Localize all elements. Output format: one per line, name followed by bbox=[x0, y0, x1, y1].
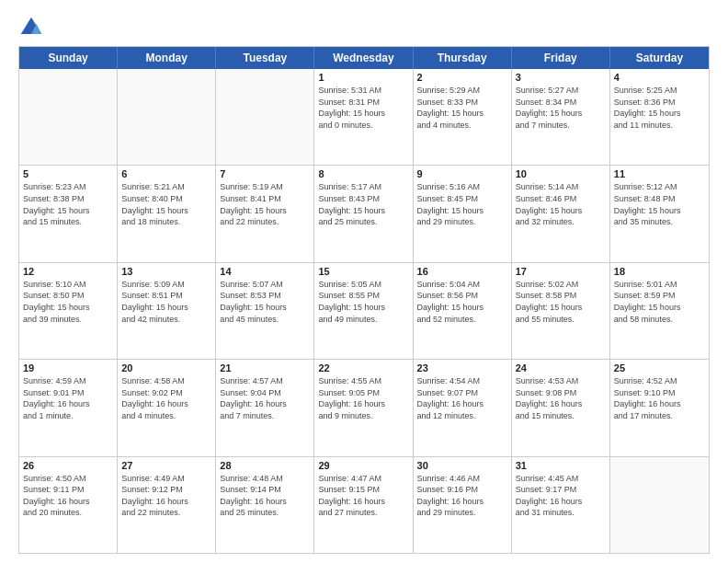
day-info: Sunrise: 4:49 AM Sunset: 9:12 PM Dayligh… bbox=[121, 473, 211, 519]
day-number: 11 bbox=[614, 168, 705, 179]
calendar-cell: 27Sunrise: 4:49 AM Sunset: 9:12 PM Dayli… bbox=[118, 457, 216, 553]
day-info: Sunrise: 4:58 AM Sunset: 9:02 PM Dayligh… bbox=[121, 375, 211, 421]
day-number: 17 bbox=[516, 266, 606, 277]
day-number: 15 bbox=[318, 266, 408, 277]
calendar-header-cell: Friday bbox=[512, 47, 610, 69]
day-info: Sunrise: 4:53 AM Sunset: 9:08 PM Dayligh… bbox=[516, 375, 606, 421]
day-number: 6 bbox=[121, 168, 211, 179]
calendar-cell: 31Sunrise: 4:45 AM Sunset: 9:17 PM Dayli… bbox=[512, 457, 610, 553]
calendar-week-row: 12Sunrise: 5:10 AM Sunset: 8:50 PM Dayli… bbox=[19, 263, 709, 360]
day-number: 8 bbox=[318, 168, 408, 179]
calendar-cell: 24Sunrise: 4:53 AM Sunset: 9:08 PM Dayli… bbox=[512, 360, 610, 455]
day-info: Sunrise: 5:23 AM Sunset: 8:38 PM Dayligh… bbox=[23, 181, 113, 227]
day-number: 23 bbox=[417, 362, 507, 373]
day-number: 4 bbox=[614, 72, 705, 83]
calendar-cell: 14Sunrise: 5:07 AM Sunset: 8:53 PM Dayli… bbox=[216, 263, 314, 359]
day-info: Sunrise: 4:46 AM Sunset: 9:16 PM Dayligh… bbox=[417, 473, 507, 519]
calendar-week-row: 1Sunrise: 5:31 AM Sunset: 8:31 PM Daylig… bbox=[19, 69, 709, 166]
calendar-cell: 6Sunrise: 5:21 AM Sunset: 8:40 PM Daylig… bbox=[118, 166, 216, 261]
day-number: 2 bbox=[417, 72, 507, 83]
day-number: 7 bbox=[220, 168, 310, 179]
day-info: Sunrise: 5:04 AM Sunset: 8:56 PM Dayligh… bbox=[417, 279, 507, 325]
day-number: 30 bbox=[417, 460, 507, 471]
calendar-cell bbox=[216, 69, 314, 165]
day-number: 14 bbox=[220, 266, 310, 277]
calendar-cell: 26Sunrise: 4:50 AM Sunset: 9:11 PM Dayli… bbox=[19, 457, 118, 553]
day-info: Sunrise: 4:54 AM Sunset: 9:07 PM Dayligh… bbox=[417, 375, 507, 421]
day-info: Sunrise: 5:10 AM Sunset: 8:50 PM Dayligh… bbox=[23, 279, 113, 325]
day-info: Sunrise: 5:25 AM Sunset: 8:36 PM Dayligh… bbox=[614, 85, 705, 131]
calendar-cell: 4Sunrise: 5:25 AM Sunset: 8:36 PM Daylig… bbox=[610, 69, 709, 165]
calendar-week-row: 5Sunrise: 5:23 AM Sunset: 8:38 PM Daylig… bbox=[19, 166, 709, 262]
calendar-cell: 18Sunrise: 5:01 AM Sunset: 8:59 PM Dayli… bbox=[610, 263, 709, 359]
day-info: Sunrise: 5:21 AM Sunset: 8:40 PM Dayligh… bbox=[121, 181, 211, 227]
day-info: Sunrise: 5:16 AM Sunset: 8:45 PM Dayligh… bbox=[417, 181, 507, 227]
day-info: Sunrise: 5:29 AM Sunset: 8:33 PM Dayligh… bbox=[417, 85, 507, 131]
day-number: 28 bbox=[220, 460, 310, 471]
day-info: Sunrise: 5:27 AM Sunset: 8:34 PM Dayligh… bbox=[516, 85, 606, 131]
calendar-cell: 20Sunrise: 4:58 AM Sunset: 9:02 PM Dayli… bbox=[118, 360, 216, 455]
day-info: Sunrise: 5:14 AM Sunset: 8:46 PM Dayligh… bbox=[516, 181, 606, 227]
day-number: 29 bbox=[318, 460, 408, 471]
day-number: 5 bbox=[23, 168, 113, 179]
day-number: 12 bbox=[23, 266, 113, 277]
calendar-cell: 28Sunrise: 4:48 AM Sunset: 9:14 PM Dayli… bbox=[216, 457, 314, 553]
day-number: 25 bbox=[614, 362, 705, 373]
calendar-cell bbox=[118, 69, 216, 165]
calendar-cell: 23Sunrise: 4:54 AM Sunset: 9:07 PM Dayli… bbox=[414, 360, 512, 455]
day-info: Sunrise: 4:48 AM Sunset: 9:14 PM Dayligh… bbox=[220, 473, 310, 519]
day-number: 20 bbox=[121, 362, 211, 373]
day-number: 13 bbox=[121, 266, 211, 277]
day-number: 18 bbox=[614, 266, 705, 277]
day-info: Sunrise: 5:05 AM Sunset: 8:55 PM Dayligh… bbox=[318, 279, 408, 325]
calendar-header-cell: Wednesday bbox=[314, 47, 413, 69]
day-number: 1 bbox=[318, 72, 408, 83]
calendar-cell: 12Sunrise: 5:10 AM Sunset: 8:50 PM Dayli… bbox=[19, 263, 118, 359]
calendar-cell: 1Sunrise: 5:31 AM Sunset: 8:31 PM Daylig… bbox=[314, 69, 413, 165]
day-info: Sunrise: 4:50 AM Sunset: 9:11 PM Dayligh… bbox=[23, 473, 113, 519]
calendar-cell: 11Sunrise: 5:12 AM Sunset: 8:48 PM Dayli… bbox=[610, 166, 709, 261]
calendar-cell: 5Sunrise: 5:23 AM Sunset: 8:38 PM Daylig… bbox=[19, 166, 118, 261]
day-number: 19 bbox=[23, 362, 113, 373]
day-info: Sunrise: 4:47 AM Sunset: 9:15 PM Dayligh… bbox=[318, 473, 408, 519]
day-info: Sunrise: 4:55 AM Sunset: 9:05 PM Dayligh… bbox=[318, 375, 408, 421]
day-number: 9 bbox=[417, 168, 507, 179]
day-number: 31 bbox=[516, 460, 606, 471]
day-info: Sunrise: 5:07 AM Sunset: 8:53 PM Dayligh… bbox=[220, 279, 310, 325]
day-info: Sunrise: 5:19 AM Sunset: 8:41 PM Dayligh… bbox=[220, 181, 310, 227]
day-info: Sunrise: 5:02 AM Sunset: 8:58 PM Dayligh… bbox=[516, 279, 606, 325]
day-info: Sunrise: 4:57 AM Sunset: 9:04 PM Dayligh… bbox=[220, 375, 310, 421]
day-number: 22 bbox=[318, 362, 408, 373]
calendar-cell: 9Sunrise: 5:16 AM Sunset: 8:45 PM Daylig… bbox=[414, 166, 512, 261]
calendar-cell: 2Sunrise: 5:29 AM Sunset: 8:33 PM Daylig… bbox=[414, 69, 512, 165]
calendar-cell: 8Sunrise: 5:17 AM Sunset: 8:43 PM Daylig… bbox=[314, 166, 413, 261]
calendar-header: SundayMondayTuesdayWednesdayThursdayFrid… bbox=[19, 47, 709, 69]
calendar-cell: 29Sunrise: 4:47 AM Sunset: 9:15 PM Dayli… bbox=[314, 457, 413, 553]
calendar-week-row: 19Sunrise: 4:59 AM Sunset: 9:01 PM Dayli… bbox=[19, 360, 709, 456]
day-info: Sunrise: 4:45 AM Sunset: 9:17 PM Dayligh… bbox=[516, 473, 606, 519]
calendar-cell: 17Sunrise: 5:02 AM Sunset: 8:58 PM Dayli… bbox=[512, 263, 610, 359]
calendar-header-cell: Monday bbox=[118, 47, 216, 69]
header bbox=[18, 15, 710, 40]
calendar-cell: 25Sunrise: 4:52 AM Sunset: 9:10 PM Dayli… bbox=[610, 360, 709, 455]
day-info: Sunrise: 4:59 AM Sunset: 9:01 PM Dayligh… bbox=[23, 375, 113, 421]
day-number: 3 bbox=[516, 72, 606, 83]
day-number: 26 bbox=[23, 460, 113, 471]
day-number: 10 bbox=[516, 168, 606, 179]
calendar-header-cell: Thursday bbox=[414, 47, 512, 69]
calendar-cell: 19Sunrise: 4:59 AM Sunset: 9:01 PM Dayli… bbox=[19, 360, 118, 455]
day-number: 16 bbox=[417, 266, 507, 277]
day-info: Sunrise: 4:52 AM Sunset: 9:10 PM Dayligh… bbox=[614, 375, 705, 421]
calendar-cell: 13Sunrise: 5:09 AM Sunset: 8:51 PM Dayli… bbox=[118, 263, 216, 359]
calendar-cell: 22Sunrise: 4:55 AM Sunset: 9:05 PM Dayli… bbox=[314, 360, 413, 455]
calendar-cell bbox=[19, 69, 118, 165]
calendar-header-cell: Sunday bbox=[19, 47, 118, 69]
calendar-cell: 7Sunrise: 5:19 AM Sunset: 8:41 PM Daylig… bbox=[216, 166, 314, 261]
calendar-header-cell: Tuesday bbox=[216, 47, 314, 69]
calendar-cell: 21Sunrise: 4:57 AM Sunset: 9:04 PM Dayli… bbox=[216, 360, 314, 455]
day-info: Sunrise: 5:12 AM Sunset: 8:48 PM Dayligh… bbox=[614, 181, 705, 227]
calendar-cell: 10Sunrise: 5:14 AM Sunset: 8:46 PM Dayli… bbox=[512, 166, 610, 261]
day-number: 24 bbox=[516, 362, 606, 373]
calendar-cell: 30Sunrise: 4:46 AM Sunset: 9:16 PM Dayli… bbox=[414, 457, 512, 553]
logo-icon bbox=[18, 15, 44, 40]
